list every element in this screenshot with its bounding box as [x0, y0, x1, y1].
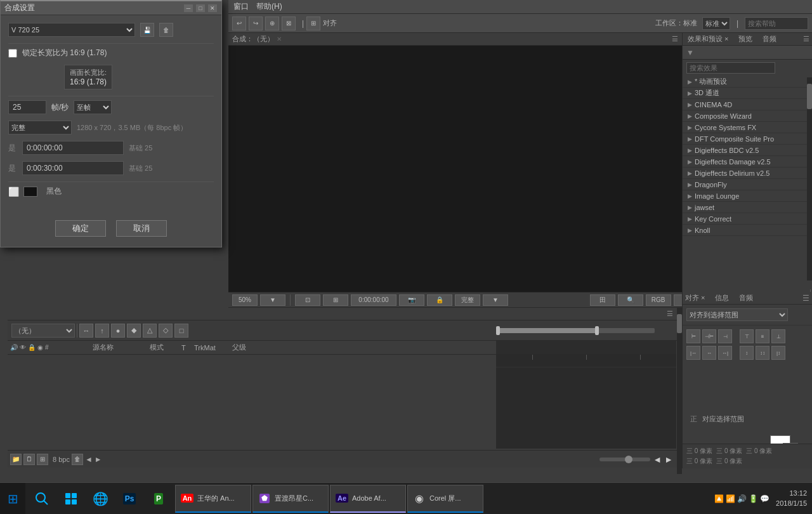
vc-timecode[interactable]: 0:00:00:00	[351, 294, 396, 306]
tray-icon-1[interactable]: 🔼	[714, 494, 724, 503]
distribute-center-v-btn[interactable]: ↕↕	[756, 346, 769, 360]
tl-ctrl-btn-2[interactable]: ↑	[95, 324, 109, 338]
vc-zoom-btn[interactable]: 50%	[232, 294, 258, 306]
tab-info[interactable]: 信息	[715, 293, 729, 303]
timeline-range-handle-left[interactable]	[496, 326, 500, 335]
align-top-btn[interactable]: ⊤	[740, 329, 754, 343]
effects-search-input[interactable]	[686, 62, 775, 74]
effect-item-3d[interactable]: ▶ 3D 通道	[683, 88, 812, 99]
effects-scrollbar[interactable]	[807, 77, 812, 280]
tl-ctrl-btn-3[interactable]: ●	[111, 324, 125, 338]
dialog-save-preset-btn[interactable]: 💾	[140, 23, 154, 37]
taskbar-app-corel[interactable]: ◉ Corel 屏...	[407, 485, 483, 513]
taskbar-time-display[interactable]: 13:12 2018/1/15	[776, 489, 807, 508]
taskbar-icon-ie[interactable]: 🌐	[86, 485, 114, 513]
align-bottom-btn[interactable]: ⊥	[771, 329, 785, 343]
align-right-btn[interactable]: ⊣	[718, 329, 732, 343]
tl-ctrl-btn-4[interactable]: ◆	[127, 324, 141, 338]
dialog-cancel-button[interactable]: 取消	[116, 220, 167, 237]
align-panel-menu[interactable]: ☰	[802, 294, 809, 303]
vc-camera-btn[interactable]: 📷	[399, 294, 424, 306]
vc-view-btn[interactable]: 🔍	[618, 294, 643, 306]
tl-zoom-slider[interactable]	[599, 458, 650, 461]
dialog-lock-ratio-checkbox[interactable]	[8, 49, 17, 58]
dialog-end-input[interactable]	[22, 161, 124, 175]
effect-item-imagelounge[interactable]: ▶ Image Lounge	[683, 190, 812, 202]
tab-audio[interactable]: 音频	[760, 34, 779, 44]
menu-item-help[interactable]: 帮助(H)	[256, 1, 282, 12]
effect-item-jawset[interactable]: ▶ jawset	[683, 202, 812, 213]
effect-item-digi-delirium[interactable]: ▶ Digieffects Delirium v2.5	[683, 168, 812, 179]
dialog-bg-color-swatch[interactable]	[23, 187, 37, 197]
dialog-resolution-select[interactable]: 完整	[8, 121, 72, 135]
taskbar-icon-taskview[interactable]	[57, 485, 85, 513]
vc-quality-btn[interactable]: 完整	[455, 294, 480, 306]
timeline-range-bar[interactable]	[496, 328, 655, 333]
effect-item-animation[interactable]: ▶ * 动画预设	[683, 76, 812, 88]
dialog-fps-select[interactable]: 至帧	[74, 100, 112, 114]
tab-effects[interactable]: 效果和预设 ×	[685, 34, 731, 44]
taskbar-app-animate[interactable]: An 王华的 An...	[175, 485, 251, 513]
dialog-fps-input[interactable]	[8, 100, 46, 114]
tray-icon-speaker[interactable]: 🔊	[737, 494, 747, 503]
effect-item-dft[interactable]: ▶ DFT Composite Suite Pro	[683, 133, 812, 145]
taskbar-start-button[interactable]: ⊞	[0, 483, 25, 515]
dialog-preset-select[interactable]: V 720 25	[8, 23, 135, 37]
tl-ctrl-btn-1[interactable]: ↔	[79, 324, 93, 338]
effect-item-dragonfly[interactable]: ▶ DragonFly	[683, 179, 812, 190]
proj-btn-delete[interactable]: 🗑	[72, 454, 83, 465]
timeline-panel-menu[interactable]: ☰	[667, 310, 673, 318]
effect-item-digi-damage[interactable]: ▶ Digieffects Damage v2.5	[683, 156, 812, 168]
tl-nav-prev[interactable]: ◄	[653, 454, 662, 465]
distribute-left-btn[interactable]: |↔	[686, 346, 700, 360]
taskbar-icon-paint[interactable]: P	[145, 485, 173, 513]
effect-item-digi-bdc[interactable]: ▶ Digieffects BDC v2.5	[683, 145, 812, 156]
dialog-delete-preset-btn[interactable]: 🗑	[159, 23, 173, 37]
timeline-comp-select[interactable]: （无）	[11, 324, 75, 338]
dialog-start-input[interactable]	[22, 141, 124, 155]
tl-zoom-handle[interactable]	[625, 456, 632, 463]
toolbar-btn-4[interactable]: ⊠	[282, 16, 296, 30]
taskbar-icon-search[interactable]	[28, 485, 56, 513]
align-center-h-btn[interactable]: ⊣⊢	[702, 329, 716, 343]
distribute-center-h-btn[interactable]: ↔	[702, 346, 716, 360]
align-left-btn[interactable]: ⊢	[686, 329, 700, 343]
taskbar-app-star[interactable]: ⬟ 置渡昂星C...	[252, 485, 329, 513]
tab-preview[interactable]: 预览	[736, 34, 755, 44]
dialog-ok-button[interactable]: 确定	[55, 220, 106, 237]
tl-ctrl-btn-5[interactable]: △	[143, 324, 157, 338]
dialog-maximize-btn[interactable]: □	[195, 4, 206, 13]
align-to-select[interactable]: 对齐到选择范围	[686, 308, 788, 321]
distribute-right-btn[interactable]: ↔|	[718, 346, 732, 360]
vc-quality-dropdown[interactable]: ▼	[483, 294, 508, 306]
timeline-right-scrollbar-thumb[interactable]	[677, 314, 682, 333]
vc-snap-btn[interactable]: ⊞	[323, 294, 348, 306]
search-input[interactable]	[745, 17, 808, 30]
proj-btn-comp[interactable]: ⊞	[37, 454, 48, 465]
tab-align[interactable]: 对齐 ×	[685, 293, 705, 303]
proj-btn-prev[interactable]: ◄	[85, 455, 93, 464]
timeline-right-scrollbar[interactable]	[677, 308, 682, 474]
comp-tab-close[interactable]: ✕	[277, 36, 282, 43]
dialog-minimize-btn[interactable]: ─	[183, 4, 193, 13]
effects-panel-menu[interactable]: ☰	[803, 35, 809, 43]
toolbar-btn-1[interactable]: ↩	[232, 16, 246, 30]
menu-item-window[interactable]: 窗口	[233, 1, 249, 12]
vc-fit-btn[interactable]: ⊡	[295, 294, 320, 306]
effect-item-composite-wizard[interactable]: ▶ Composite Wizard	[683, 110, 812, 122]
vc-zoom-dropdown[interactable]: ▼	[260, 294, 285, 306]
effect-item-knoll[interactable]: ▶ Knoll	[683, 225, 812, 236]
tl-ctrl-btn-7[interactable]: □	[174, 324, 188, 338]
dialog-close-btn[interactable]: ✕	[207, 4, 218, 13]
taskbar-app-aftereffects[interactable]: Ae Adobe Af...	[330, 485, 406, 513]
effect-item-cinema4d[interactable]: ▶ CINEMA 4D	[683, 99, 812, 110]
toolbar-align-icon[interactable]: ⊞	[306, 16, 320, 30]
proj-btn-folder[interactable]: 📁	[10, 454, 22, 465]
align-center-v-btn[interactable]: ≡	[756, 329, 769, 343]
toolbar-workspace-select[interactable]: 标准	[702, 17, 730, 30]
tray-icon-network[interactable]: 📶	[726, 494, 735, 503]
tab-audio-right[interactable]: 音频	[739, 293, 753, 303]
distribute-top-btn[interactable]: ↕	[740, 346, 754, 360]
toolbar-btn-2[interactable]: ↪	[249, 16, 263, 30]
tl-nav-next[interactable]: ►	[664, 454, 673, 465]
